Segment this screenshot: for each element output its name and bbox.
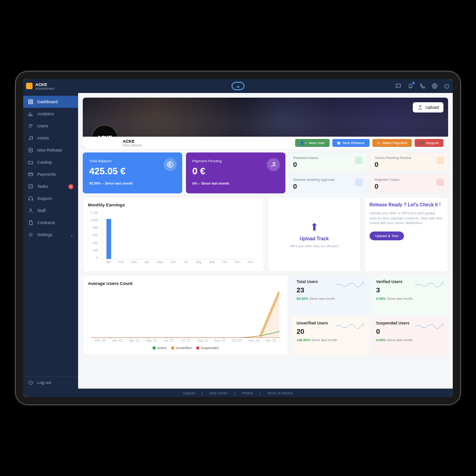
sidebar-item-contracts[interactable]: Contracts: [23, 217, 78, 229]
footer-tos[interactable]: Terms of Service: [265, 391, 295, 395]
footer: Support | Help Center | Privacy | Terms …: [23, 389, 453, 397]
stat-rejected-tracks: Rejected Tracks 0: [370, 174, 448, 193]
svg-point-44: [146, 337, 150, 338]
stat-label: Payment Pending: [192, 159, 279, 163]
release-title: Release Ready ? Let's Check it !: [370, 202, 443, 207]
sidebar-item-label: Tasks: [37, 184, 48, 189]
upload-arrow-icon: ⬆: [310, 221, 318, 233]
monthly-earnings-card: Monthly Earnings 1,2001,0008006004002000…: [83, 197, 264, 272]
sidebar-item-payments[interactable]: Payments: [23, 168, 78, 180]
svg-rect-2: [31, 100, 33, 102]
footer-support[interactable]: Support: [181, 391, 197, 395]
chevron-down-icon: ⌄: [70, 233, 73, 237]
svg-point-42: [109, 337, 112, 338]
stat-label: Total Balance: [89, 159, 176, 163]
sparkline-icon: [335, 280, 364, 289]
tablet-frame: ACKE Administrator ☁ Dashboard Analytics…: [15, 71, 461, 405]
headset-icon: [28, 196, 33, 201]
svg-point-39: [259, 336, 262, 337]
svg-point-7: [29, 139, 30, 140]
chat-icon[interactable]: [395, 83, 402, 89]
new-user-button[interactable]: 👤+New User: [295, 139, 330, 147]
phone-icon[interactable]: [419, 83, 426, 89]
sidebar-item-logout[interactable]: Log out: [23, 377, 78, 389]
stat-suspended-users: Suspended Users 0 0.00% Since last month: [371, 317, 448, 356]
sidebar-item-new-release[interactable]: New Release: [23, 144, 78, 156]
upload-hint: MP3 and WAV files are allowed: [290, 244, 338, 248]
sidebar-item-tasks[interactable]: Tasks2: [23, 180, 78, 192]
sidebar-item-label: Users: [37, 124, 48, 128]
logout-icon: [28, 380, 33, 385]
svg-point-6: [32, 125, 33, 126]
upload-title: Upload Track: [300, 236, 329, 241]
main-content: Upload ACKE ACKE Edm network 👤+New User …: [78, 93, 453, 389]
stat-verified-users: Verified Users 3 0.00% Since last month: [371, 276, 448, 314]
svg-point-45: [165, 337, 168, 338]
svg-point-15: [30, 234, 32, 236]
doc-check-icon: [355, 157, 363, 164]
avg-users-card: Average Users Count Feb '23Mar '23Apr '2…: [83, 276, 288, 355]
svg-rect-10: [29, 173, 33, 176]
stat-delta: 0% – Since last month: [192, 181, 279, 185]
users-icon: [28, 123, 33, 129]
avg-users-chart: Feb '23Mar '23Apr '23May '23Jun '23Jul '…: [88, 290, 283, 350]
sidebar-item-users[interactable]: Users: [23, 120, 78, 132]
power-icon[interactable]: [443, 83, 450, 89]
card-title: Average Users Count: [88, 281, 283, 286]
new-release-button[interactable]: ▣New Release: [332, 139, 370, 147]
sidebar-item-artists[interactable]: Artists: [23, 132, 78, 144]
gear-icon: [28, 232, 33, 238]
footer-help[interactable]: Help Center: [207, 391, 230, 395]
upload-button[interactable]: Upload: [413, 102, 443, 112]
stat-total-users: Total Users 23 85.00% Since last month: [292, 276, 369, 314]
sidebar-item-label: Dashboard: [37, 99, 58, 104]
footer-privacy[interactable]: Privacy: [240, 391, 255, 395]
svg-point-43: [127, 337, 131, 338]
sidebar-item-support[interactable]: Support: [23, 192, 78, 205]
card-title: Monthly Earnings: [88, 202, 259, 207]
stat-unverified-users: Unverified Users 20 100.00% Since last m…: [292, 317, 369, 356]
make-payment-button[interactable]: ▭Make Payment: [372, 139, 412, 147]
sidebar-item-analytics[interactable]: Analytics: [23, 108, 78, 120]
analytics-icon: [28, 111, 33, 117]
globe-icon[interactable]: [431, 83, 438, 89]
stat-value: 425.05 €: [89, 166, 176, 177]
bell-icon[interactable]: [407, 83, 414, 89]
stat-delta: 93.55% – Since last month: [89, 181, 176, 185]
release-check-card: Release Ready ? Let's Check it ! Upload …: [364, 197, 448, 272]
stat-value: 0 €: [192, 166, 279, 177]
music-icon: [28, 135, 33, 141]
svg-rect-4: [31, 102, 33, 104]
sidebar-item-catalog[interactable]: Catalog: [23, 156, 78, 168]
topbar-logo[interactable]: ☁: [231, 82, 245, 90]
release-desc: Upload your WAV or MP3 and we'll quickly…: [370, 211, 443, 226]
team-icon: [28, 208, 33, 213]
stat-released-tracks: Released tracks 0: [289, 152, 367, 172]
sidebar-item-label: Support: [37, 196, 52, 201]
release-icon: ▣: [337, 141, 341, 145]
stat-awaiting-approval: Release Awaiting Approval 0: [289, 174, 367, 193]
sidebar-item-label: Artists: [37, 136, 49, 140]
stat-pending-review: Tracks Pending Review 0: [370, 152, 448, 172]
sidebar: Dashboard Analytics Users Artists New Re…: [23, 93, 78, 389]
topbar-user-role: Administrator: [35, 87, 54, 90]
check-icon: [28, 184, 33, 189]
stat-payment-pending: Payment Pending 0 € 0% – Since last mont…: [186, 152, 285, 193]
svg-point-5: [29, 125, 31, 126]
legend-suspended: Suspended: [196, 346, 218, 350]
svg-point-48: [221, 337, 225, 338]
doc-reject-icon: [436, 178, 444, 186]
profile-subtitle: Edm network: [123, 144, 142, 147]
legend-unverified: Unverified: [171, 346, 192, 350]
svg-rect-9: [29, 148, 33, 152]
upload-track-card[interactable]: ⬆ Upload Track MP3 and WAV files are all…: [268, 197, 361, 272]
sidebar-item-staff[interactable]: Staff: [23, 205, 78, 217]
support-icon: 🎧: [419, 141, 424, 145]
sidebar-item-settings[interactable]: Settings⌄: [23, 229, 78, 241]
upload-test-button[interactable]: Upload & Test: [370, 231, 404, 240]
support-button[interactable]: 🎧Support: [415, 139, 443, 147]
svg-rect-12: [29, 199, 30, 200]
topbar-user[interactable]: ACKE Administrator: [26, 82, 54, 90]
sidebar-item-dashboard[interactable]: Dashboard: [23, 96, 78, 108]
dashboard-icon: [28, 99, 33, 105]
